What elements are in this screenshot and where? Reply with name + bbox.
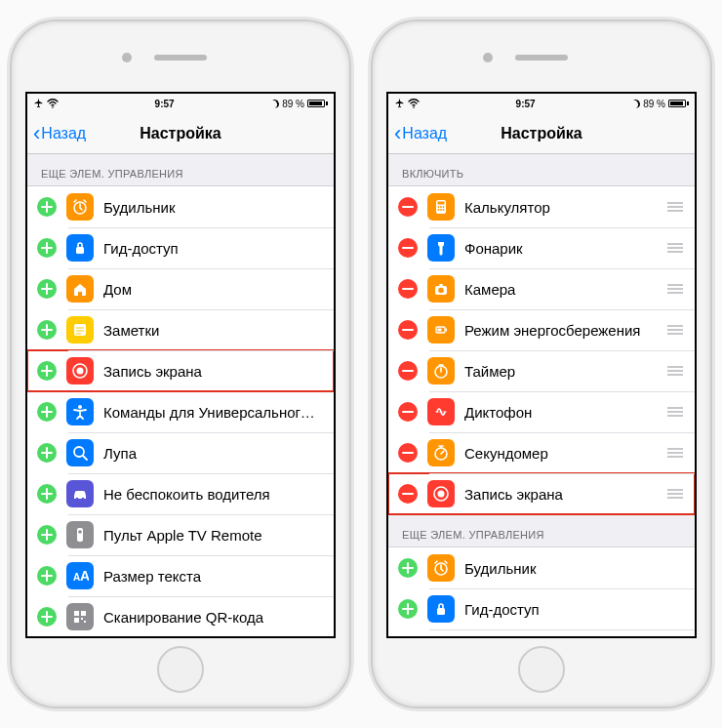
- row-label: Таймер: [464, 363, 663, 380]
- section-header-more-controls: ЕЩЕ ЭЛЕМ. УПРАВЛЕНИЯ: [27, 154, 334, 185]
- list-item[interactable]: Запись экрана: [27, 350, 334, 391]
- row-label: Режим энергосбережения: [464, 322, 663, 339]
- battery-percent: 89 %: [643, 99, 665, 109]
- timer-icon: [427, 357, 455, 384]
- list-item[interactable]: Режим энергосбережения: [388, 309, 695, 350]
- lock-guided-icon: [427, 595, 455, 623]
- add-button[interactable]: [37, 238, 57, 258]
- add-button[interactable]: [37, 197, 57, 217]
- car-icon: [66, 480, 94, 507]
- more-controls-list: БудильникГид-доступДомЗаметкиЗапись экра…: [27, 185, 334, 636]
- list-item[interactable]: Гид-доступ: [388, 588, 695, 629]
- row-label: Гид-доступ: [464, 601, 683, 618]
- record-icon: [427, 480, 455, 507]
- remove-button[interactable]: [398, 443, 418, 463]
- more-controls-list: БудильникГид-доступДомЗаметкиКоманды для…: [388, 546, 695, 636]
- add-button[interactable]: [37, 279, 57, 299]
- camera-icon: [427, 275, 455, 303]
- list-item[interactable]: Таймер: [388, 350, 695, 391]
- dnd-moon-icon: [269, 98, 281, 109]
- add-button[interactable]: [37, 402, 57, 422]
- list-item[interactable]: Размер текста: [27, 555, 334, 596]
- remove-button[interactable]: [398, 320, 418, 340]
- qr-icon: [66, 603, 94, 630]
- list-item[interactable]: Запись экрана: [388, 473, 695, 514]
- list-item[interactable]: Лупа: [27, 432, 334, 473]
- battery-percent: 89 %: [282, 99, 304, 109]
- list-item[interactable]: Команды для Универсального доступа: [27, 391, 334, 432]
- list-item[interactable]: Заметки: [27, 309, 334, 350]
- screen-left: 9:57 89 % ‹ Назад Настройка ЕЩЕ ЭЛЕМ. УП…: [25, 92, 336, 638]
- list-item[interactable]: Гид-доступ: [27, 227, 334, 268]
- row-label: Калькулятор: [464, 199, 663, 216]
- back-label: Назад: [41, 125, 86, 142]
- add-button[interactable]: [37, 361, 57, 381]
- add-button[interactable]: [37, 525, 57, 545]
- content-right[interactable]: ВКЛЮЧИТЬ КалькуляторФонарикКамераРежим э…: [388, 154, 695, 636]
- row-label: Запись экрана: [464, 486, 663, 503]
- list-item[interactable]: Камера: [388, 268, 695, 309]
- row-label: Фонарик: [464, 240, 663, 257]
- drag-handle-icon[interactable]: [663, 243, 683, 253]
- list-item[interactable]: Фонарик: [388, 227, 695, 268]
- airplane-mode-icon: [33, 98, 44, 110]
- list-item[interactable]: Не беспокоить водителя: [27, 473, 334, 514]
- row-label: Пульт Apple TV Remote: [103, 527, 322, 544]
- included-controls-list: КалькуляторФонарикКамераРежим энергосбер…: [388, 185, 695, 515]
- list-item[interactable]: Калькулятор: [388, 186, 695, 227]
- add-button[interactable]: [37, 320, 57, 340]
- add-button[interactable]: [398, 558, 418, 578]
- drag-handle-icon[interactable]: [663, 489, 683, 499]
- add-button[interactable]: [37, 566, 57, 586]
- row-label: Камера: [464, 281, 663, 298]
- remove-button[interactable]: [398, 197, 418, 217]
- drag-handle-icon[interactable]: [663, 366, 683, 376]
- drag-handle-icon[interactable]: [663, 325, 683, 335]
- list-item[interactable]: Будильник: [388, 547, 695, 588]
- home-icon: [66, 275, 94, 303]
- alarm-icon: [66, 193, 94, 221]
- drag-handle-icon[interactable]: [663, 284, 683, 294]
- drag-handle-icon[interactable]: [663, 448, 683, 458]
- list-item[interactable]: Диктофон: [388, 391, 695, 432]
- list-item[interactable]: Дом: [388, 629, 695, 636]
- remove-button[interactable]: [398, 238, 418, 258]
- add-button[interactable]: [37, 607, 57, 627]
- drag-handle-icon[interactable]: [663, 407, 683, 417]
- accessibility-icon: [66, 398, 94, 425]
- content-left[interactable]: ЕЩЕ ЭЛЕМ. УПРАВЛЕНИЯ БудильникГид-доступ…: [27, 154, 334, 636]
- remove-button[interactable]: [398, 402, 418, 422]
- list-item[interactable]: Секундомер: [388, 432, 695, 473]
- list-item[interactable]: Дом: [27, 268, 334, 309]
- list-item[interactable]: Будильник: [27, 186, 334, 227]
- remove-button[interactable]: [398, 279, 418, 299]
- row-label: Не беспокоить водителя: [103, 486, 322, 503]
- row-label: Запись экрана: [103, 363, 322, 380]
- row-label: Секундомер: [464, 445, 663, 462]
- section-header-included: ВКЛЮЧИТЬ: [388, 154, 695, 185]
- remove-button[interactable]: [398, 361, 418, 381]
- row-label: Будильник: [103, 199, 322, 216]
- add-button[interactable]: [398, 599, 418, 619]
- home-button[interactable]: [157, 646, 204, 693]
- screen-right: 9:57 89 % ‹ Назад Настройка ВКЛЮЧИТЬ Кал…: [386, 92, 697, 638]
- list-item[interactable]: Пульт Apple TV Remote: [27, 514, 334, 555]
- notes-icon: [66, 316, 94, 344]
- nav-title: Настройка: [501, 125, 582, 142]
- remote-icon: [66, 521, 94, 548]
- back-button[interactable]: ‹ Назад: [33, 113, 86, 153]
- drag-handle-icon[interactable]: [663, 202, 683, 212]
- add-button[interactable]: [37, 443, 57, 463]
- back-button[interactable]: ‹ Назад: [394, 113, 447, 153]
- add-button[interactable]: [37, 484, 57, 504]
- voice-icon: [427, 398, 455, 425]
- battery-icon: [307, 100, 328, 107]
- remove-button[interactable]: [398, 484, 418, 504]
- home-button[interactable]: [518, 646, 565, 693]
- chevron-left-icon: ‹: [33, 123, 40, 144]
- back-label: Назад: [402, 125, 447, 142]
- record-icon: [66, 357, 94, 384]
- list-item[interactable]: Сканирование QR-кода: [27, 596, 334, 636]
- calculator-icon: [427, 193, 455, 221]
- nav-bar: ‹ Назад Настройка: [388, 113, 695, 154]
